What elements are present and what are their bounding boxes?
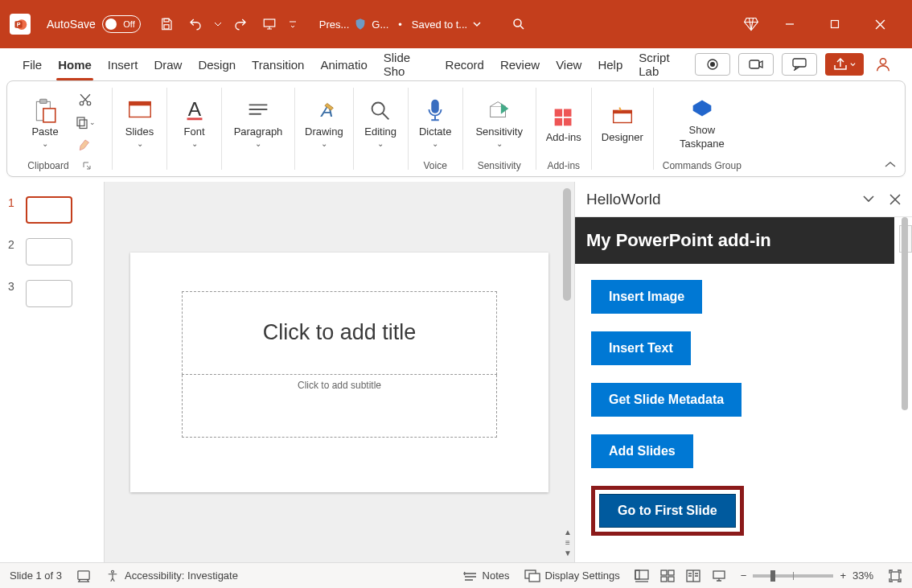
cut-icon[interactable] (74, 89, 97, 110)
tab-home[interactable]: Home (50, 48, 100, 80)
ribbon-collapse-icon[interactable] (884, 160, 897, 170)
slideshow-view-icon[interactable] (712, 569, 726, 582)
taskpane-scrollbar[interactable] (900, 217, 910, 562)
redo-icon[interactable] (228, 11, 253, 37)
slide-thumbnails-panel: 1 2 3 (0, 182, 105, 562)
svg-rect-21 (129, 102, 150, 106)
tab-view[interactable]: View (548, 48, 590, 80)
addins-button[interactable]: Add-ins (541, 101, 586, 145)
show-taskpane-button[interactable]: ShowTaskpane (675, 93, 729, 151)
ribbon-group-paragraph: Paragraph⌄ (222, 83, 294, 175)
slide-canvas[interactable]: Click to add title Click to add subtitle (130, 253, 548, 492)
save-status-text[interactable]: Saved to t... (412, 19, 467, 31)
share-button[interactable] (825, 53, 864, 76)
undo-dropdown-icon[interactable] (212, 11, 224, 37)
maximize-button[interactable] (812, 8, 857, 40)
dictate-button[interactable]: Dictate⌄ (413, 95, 458, 150)
subtitle-placeholder[interactable]: Click to add subtitle (182, 375, 497, 438)
addin-get-metadata-button[interactable]: Get Slide Metadata (591, 383, 742, 417)
thumbnail-3[interactable]: 3 (8, 280, 96, 307)
font-button[interactable]: AFont⌄ (172, 95, 216, 150)
slide-sorter-view-icon[interactable] (660, 569, 675, 582)
undo-icon[interactable] (183, 11, 208, 37)
reading-view-icon[interactable] (686, 569, 700, 582)
zoom-slider[interactable] (753, 574, 833, 578)
normal-view-icon[interactable] (635, 569, 649, 582)
svg-rect-11 (793, 59, 806, 67)
thumbnail-1[interactable]: 1 (8, 196, 96, 224)
tab-record[interactable]: Record (438, 48, 492, 80)
addin-title: My PowerPoint add-in (575, 217, 894, 264)
ribbon-group-designer: Designer (592, 83, 653, 175)
search-icon[interactable] (506, 11, 532, 37)
tab-file[interactable]: File (14, 48, 50, 80)
prev-slide-icon[interactable]: ▲ (561, 527, 574, 537)
addin-goto-first-slide-highlight: Go to First Slide (591, 486, 744, 536)
addin-insert-text-button[interactable]: Insert Text (591, 331, 691, 365)
sensitivity-button[interactable]: Sensitivity⌄ (468, 95, 531, 150)
tab-draw[interactable]: Draw (146, 48, 190, 80)
clipboard-dialog-launcher-icon[interactable] (82, 161, 92, 171)
fit-to-window-icon[interactable] (888, 569, 902, 583)
title-placeholder[interactable]: Click to add title (182, 291, 497, 375)
svg-rect-33 (613, 110, 631, 113)
svg-rect-42 (661, 577, 667, 582)
record-button[interactable] (695, 53, 730, 76)
copy-icon[interactable]: ⌄ (74, 112, 97, 133)
svg-rect-7 (832, 21, 839, 28)
svg-rect-19 (80, 120, 87, 129)
slide-counter[interactable]: Slide 1 of 3 (10, 569, 62, 582)
zoom-in-icon[interactable]: + (840, 569, 846, 582)
present-from-beginning-icon[interactable] (257, 11, 282, 37)
slide-nav-bar-icon[interactable]: ≡ (561, 537, 574, 547)
tab-slideshow[interactable]: Slide Sho (376, 48, 438, 80)
addin-add-slides-button[interactable]: Add Slides (591, 434, 693, 468)
minimize-button[interactable] (767, 8, 812, 40)
autosave-control[interactable]: AutoSave Off (47, 15, 141, 33)
tab-review[interactable]: Review (492, 48, 548, 80)
slide-editor-area[interactable]: Click to add title Click to add subtitle… (105, 182, 574, 562)
svg-point-6 (514, 19, 521, 27)
zoom-control[interactable]: − + 33% (741, 569, 873, 582)
paragraph-button[interactable]: Paragraph⌄ (227, 95, 290, 150)
comments-button[interactable] (782, 53, 817, 76)
save-icon[interactable] (154, 11, 179, 37)
tab-transitions[interactable]: Transition (244, 48, 312, 80)
spellcheck-icon[interactable] (76, 569, 91, 582)
tab-design[interactable]: Design (190, 48, 244, 80)
save-status-dropdown-icon[interactable] (472, 19, 482, 29)
tab-help[interactable]: Help (590, 48, 631, 80)
addin-insert-image-button[interactable]: Insert Image (591, 280, 702, 314)
close-button[interactable] (857, 8, 902, 40)
diamond-premium-icon[interactable] (738, 11, 764, 37)
slides-button[interactable]: Slides⌄ (117, 95, 162, 150)
paste-button[interactable]: Paste⌄ (23, 95, 68, 150)
next-slide-icon[interactable]: ▼ (561, 548, 574, 557)
ribbon-group-editing: Editing⌄ (354, 83, 408, 175)
svg-point-35 (112, 570, 114, 573)
editing-button[interactable]: Editing⌄ (359, 95, 403, 150)
user-account-icon[interactable] (872, 53, 894, 76)
display-settings-button[interactable]: Display Settings (524, 569, 620, 582)
autosave-toggle[interactable]: Off (102, 15, 141, 33)
designer-button[interactable]: Designer (597, 101, 648, 145)
addin-goto-first-slide-button[interactable]: Go to First Slide (599, 494, 736, 528)
qat-customize-icon[interactable] (286, 11, 300, 37)
zoom-percent[interactable]: 33% (852, 569, 873, 582)
slide-vertical-scrollbar[interactable] (561, 188, 573, 522)
taskpane-dropdown-icon[interactable] (862, 194, 875, 205)
taskpane-close-icon[interactable] (889, 194, 901, 205)
format-painter-icon[interactable] (74, 134, 97, 155)
filename-text: Pres... (319, 19, 350, 31)
svg-rect-28 (554, 109, 561, 116)
drawing-button[interactable]: ADrawing⌄ (300, 95, 348, 150)
zoom-out-icon[interactable]: − (741, 569, 747, 582)
tab-insert[interactable]: Insert (100, 48, 146, 80)
accessibility-status[interactable]: Accessibility: Investigate (105, 569, 238, 583)
tab-scriptlab[interactable]: Script Lab (631, 48, 695, 80)
svg-text:A: A (187, 98, 201, 120)
thumbnail-2[interactable]: 2 (8, 238, 96, 265)
tab-animations[interactable]: Animatio (312, 48, 375, 80)
camera-button[interactable] (738, 53, 774, 76)
notes-button[interactable]: Notes (463, 569, 510, 582)
